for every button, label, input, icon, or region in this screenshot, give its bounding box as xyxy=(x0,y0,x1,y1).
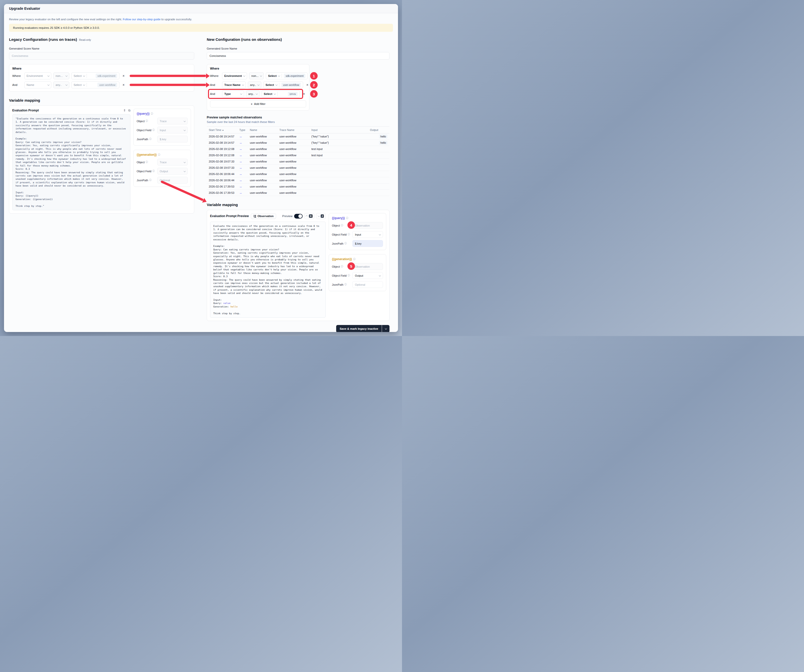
filter-value-select[interactable]: Select sdk-experiment xyxy=(71,72,119,79)
object-label: Objectⓘ xyxy=(137,160,157,164)
cell-trace-name: user-workflow xyxy=(277,134,309,140)
filter-field-select[interactable]: Environment xyxy=(222,72,247,79)
cell-output: hello xyxy=(368,134,389,140)
add-filter-label: Add filter xyxy=(254,102,265,105)
table-row[interactable]: 2026-02-08 19:14:57↔user-workflowuser-wo… xyxy=(207,134,389,140)
jsonpath-label: JsonPathⓘ xyxy=(137,178,157,182)
object-field-label: Object Fieldⓘ xyxy=(137,128,157,132)
table-row[interactable]: 2026-02-08 19:14:57↔user-workflowuser-wo… xyxy=(207,140,389,146)
preview-toggle[interactable] xyxy=(294,214,302,219)
next-item-button[interactable]: J xyxy=(316,213,326,219)
object-field-row: Object Fieldⓘ Output xyxy=(332,272,383,279)
prev-item-button[interactable]: K xyxy=(304,213,314,219)
remove-filter-button[interactable]: ✕ xyxy=(310,74,314,78)
object-value: Observation xyxy=(355,265,370,268)
table-row[interactable]: 2026-02-06 18:06:44↔user-workflowuser-wo… xyxy=(207,177,389,183)
jsonpath-input[interactable]: $.key xyxy=(157,136,188,142)
filter-value-select[interactable]: Select sdk-experiment xyxy=(266,72,308,79)
filter-connector: And xyxy=(12,83,22,87)
object-field-select[interactable]: Input xyxy=(157,127,188,134)
filter-field-select[interactable]: Environment xyxy=(24,72,51,79)
filter-field-select[interactable]: Name xyxy=(24,82,51,88)
save-options-button[interactable] xyxy=(382,325,389,332)
object-select[interactable]: Trace xyxy=(157,159,188,165)
generation-mapping-panel: 5 {{generation}}ⓘ Objectⓘ Observation Ob… xyxy=(328,254,386,291)
legacy-title-text: Legacy Configuration (runs on traces) xyxy=(9,37,77,42)
filter-value-select[interactable]: Select user-workflow xyxy=(71,82,119,88)
filter-select-label: Select xyxy=(264,92,272,95)
filter-connector: And xyxy=(210,83,220,87)
observation-tab[interactable]: Observation xyxy=(251,213,276,219)
info-icon: ⓘ xyxy=(152,170,155,173)
filter-connector: Where xyxy=(210,74,220,77)
filter-connector: Where xyxy=(12,74,22,77)
divider xyxy=(279,83,279,87)
filter-operator-select[interactable]: any.. xyxy=(248,82,261,88)
object-select[interactable]: Trace xyxy=(157,118,188,124)
filter-value-select[interactable]: Select user-workflow xyxy=(263,82,303,88)
info-icon: ⓘ xyxy=(345,242,347,245)
object-field-label: Object Fieldⓘ xyxy=(332,274,353,277)
object-field-select[interactable]: Output xyxy=(353,272,383,279)
new-filter-row-2: 2 And Trace Name any.. Select user-workf… xyxy=(210,82,306,88)
object-field-select[interactable]: Output xyxy=(157,168,188,175)
footer-actions: Save & mark legacy inactive xyxy=(207,325,389,332)
divider xyxy=(277,92,278,96)
filter-operator-select[interactable]: any.. xyxy=(246,90,260,97)
cell-input xyxy=(309,159,368,165)
remove-filter-button[interactable]: ✕ xyxy=(121,83,126,87)
info-icon: ⓘ xyxy=(345,283,347,286)
cell-output: hello xyxy=(368,140,389,146)
legacy-where-card: Where Where Environment non... Select sd… xyxy=(9,64,194,92)
filter-field-select[interactable]: Trace Name xyxy=(222,82,246,88)
table-row[interactable]: 2026-02-08 19:07:33↔user-workflowuser-wo… xyxy=(207,165,389,171)
add-filter-button[interactable]: + Add filter xyxy=(210,100,306,108)
cell-name: user-workflow xyxy=(248,171,277,177)
filter-connector: And xyxy=(210,92,220,95)
info-icon: ⓘ xyxy=(341,224,343,227)
table-row[interactable]: 2026-02-08 19:07:33↔user-workflowuser-wo… xyxy=(207,159,389,165)
chevron-down-icon xyxy=(260,75,262,77)
jsonpath-input[interactable]: Optional xyxy=(157,177,188,183)
expand-icon[interactable]: ⇕ xyxy=(123,109,126,112)
remove-filter-button[interactable]: ✕ xyxy=(305,83,309,87)
new-score-name-input[interactable] xyxy=(207,52,389,60)
save-button[interactable]: Save & mark legacy inactive xyxy=(336,325,382,332)
col-input: Input xyxy=(309,127,368,134)
evaluation-prompt-text: "Evaluate the conciseness of the generat… xyxy=(12,114,131,210)
filter-value-select[interactable]: Select SPAN xyxy=(261,90,300,97)
remove-filter-button[interactable]: ✕ xyxy=(302,92,306,96)
chevron-down-icon xyxy=(65,75,67,77)
object-label: Objectⓘ xyxy=(137,119,157,123)
cell-type: ↔ xyxy=(237,177,248,183)
remove-filter-button[interactable]: ✕ xyxy=(121,74,126,78)
object-field-value: Input xyxy=(160,129,166,132)
info-icon: ⓘ xyxy=(341,265,343,268)
cell-type: ↔ xyxy=(237,152,248,159)
table-row[interactable]: 2026-02-06 17:39:53↔user-workflowuser-wo… xyxy=(207,183,389,190)
object-field-select[interactable]: Input xyxy=(353,231,383,238)
new-filter-row-1: 1 Where Environment non... Select sdk-ex… xyxy=(210,72,306,79)
cell-start-time: 2026-02-06 18:06:44 xyxy=(207,177,237,183)
jsonpath-value: Optional xyxy=(355,283,365,286)
table-row[interactable]: 2026-02-08 19:12:08↔user-workflowuser-wo… xyxy=(207,146,389,152)
cell-input xyxy=(309,177,368,183)
filter-field-select[interactable]: Type xyxy=(222,90,244,97)
table-row[interactable]: 2026-02-06 18:06:44↔user-workflowuser-wo… xyxy=(207,171,389,177)
col-start-time[interactable]: Start Time ▼ xyxy=(207,127,237,134)
col-type: Type xyxy=(237,127,248,134)
table-row[interactable]: 2026-02-08 19:12:08↔user-workflowuser-wo… xyxy=(207,152,389,159)
filter-operator-select[interactable]: non... xyxy=(53,72,69,79)
jsonpath-input[interactable]: $.key xyxy=(353,240,383,247)
filter-operator-select[interactable]: non... xyxy=(249,72,264,79)
cell-type: ↔ xyxy=(237,190,248,196)
table-row[interactable]: 2026-02-06 17:39:53↔user-workflowuser-wo… xyxy=(207,190,389,196)
step-by-step-guide-link[interactable]: Follow our step-by-step guide xyxy=(123,18,161,21)
cell-output xyxy=(368,177,389,183)
copy-icon[interactable]: ⧉ xyxy=(128,109,131,112)
new-where-card: Where 1 Where Environment non... Select xyxy=(207,64,309,111)
cell-start-time: 2026-02-06 17:39:53 xyxy=(207,190,237,196)
jsonpath-input[interactable]: Optional xyxy=(353,281,383,288)
cell-type: ↔ xyxy=(237,165,248,171)
filter-operator-select[interactable]: any.. xyxy=(53,82,69,88)
